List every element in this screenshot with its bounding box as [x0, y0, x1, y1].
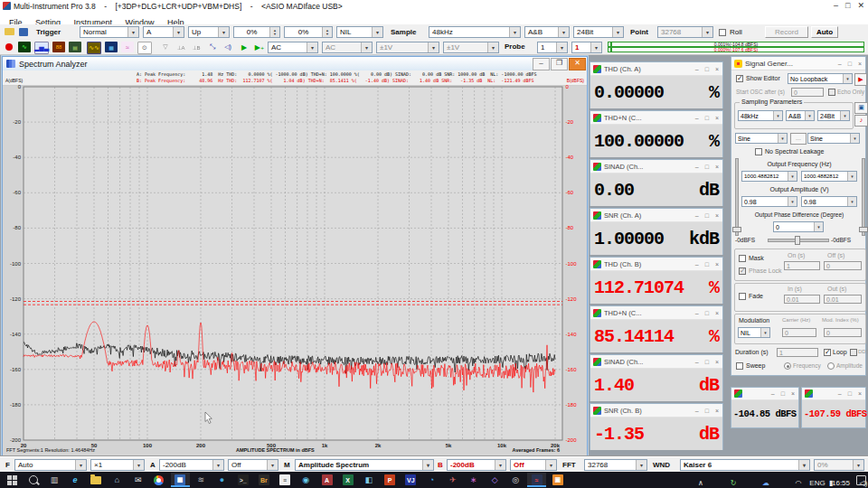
a-off-select[interactable]: Off [228, 459, 278, 471]
probe-b-select[interactable]: 1 [571, 42, 602, 53]
color-app-icon[interactable]: ∗ [464, 473, 483, 487]
run-continuous-icon[interactable]: ▶₊ [253, 42, 266, 52]
minimize-icon[interactable]: – [695, 359, 699, 365]
close-icon[interactable]: × [715, 408, 719, 414]
window-function-select[interactable]: Kaiser 6 [680, 459, 810, 471]
show-editor-checkbox[interactable] [736, 75, 743, 82]
loop-checkbox[interactable] [824, 349, 831, 356]
trigger-level-stepper[interactable]: 0%▲▼ [233, 26, 280, 38]
siggen-bits-select[interactable]: 24Bit [817, 110, 850, 121]
siggen-rate-select[interactable]: 48kHz [738, 110, 783, 121]
store-icon[interactable]: ⌂ [108, 473, 127, 487]
spectrum-analyzer-icon[interactable]: ▂▅▃ [34, 42, 49, 54]
minimize-icon[interactable]: – [695, 261, 699, 267]
globe-app-icon[interactable]: ● [212, 473, 231, 487]
close-icon[interactable]: ✕ [857, 1, 864, 10]
notification-center-icon[interactable] [854, 472, 868, 488]
access-icon[interactable]: A [317, 473, 336, 487]
trigger-edge-select[interactable]: Up [188, 26, 230, 38]
frequency-range-select[interactable]: Auto [14, 459, 87, 471]
meter-titlebar[interactable]: SINAD (Ch...–□× [590, 160, 722, 174]
language-indicator[interactable]: ENG [807, 474, 828, 488]
signal-generator-icon[interactable]: ∿∿ [87, 42, 101, 54]
bit-depth-select[interactable]: 24Bit [573, 26, 624, 38]
run-icon[interactable]: ▶ [238, 42, 250, 52]
modulation-select[interactable]: NIL [738, 327, 770, 338]
multi-instrument-icon[interactable]: ≈ [527, 473, 546, 487]
minimize-icon[interactable]: – [695, 408, 699, 414]
bridge-icon[interactable]: Br [254, 473, 273, 487]
siggen-titlebar[interactable]: Signal Gener... –□× [731, 57, 865, 70]
visual-studio-icon[interactable]: ◇ [486, 473, 505, 487]
amplitude-a-select[interactable]: 0.98 [741, 196, 797, 207]
sync-icon[interactable]: ↻ [725, 474, 741, 488]
waveform-b-select[interactable]: Sine [807, 133, 860, 144]
b-off-select[interactable]: Off [510, 459, 557, 471]
spectrum-window-titlebar[interactable]: Spectrum Analyzer – ❐ ✕ [3, 57, 587, 71]
save-app-icon[interactable]: ▦ [171, 473, 190, 487]
auto-button[interactable]: Auto [811, 26, 838, 38]
maximize-icon[interactable]: □ [705, 115, 709, 121]
tray-expand-icon[interactable]: ∧ [693, 474, 709, 488]
window-restore-icon[interactable]: ❐ [551, 58, 568, 70]
close-icon[interactable]: × [715, 164, 719, 170]
close-icon[interactable]: × [715, 310, 719, 316]
a-range-select[interactable]: -200dB [159, 459, 224, 471]
amplitude-slider-b[interactable] [859, 158, 866, 234]
coupling-a-select[interactable]: AC [268, 42, 318, 53]
frequency-a-select[interactable]: 1000.4882812 [741, 171, 797, 182]
photos-icon[interactable]: ◧ [359, 473, 378, 487]
search-icon[interactable] [24, 473, 42, 487]
file-explorer-icon[interactable] [87, 473, 106, 487]
waveform-a-select[interactable]: Sine [735, 133, 788, 144]
mode-select[interactable]: Amplitude Spectrum [295, 459, 434, 471]
close-icon[interactable]: × [715, 115, 719, 121]
channel-select[interactable]: A&B [524, 26, 570, 38]
amplitude-b-select[interactable]: 0.98 [801, 196, 857, 207]
open-icon[interactable] [3, 26, 15, 37]
trigger-mode-select[interactable]: Normal [80, 26, 139, 38]
loopback-select[interactable]: No Loopback [788, 73, 853, 84]
spectrum-3d-icon[interactable]: ▦ [105, 42, 118, 52]
red-app-icon[interactable]: ✈ [443, 473, 462, 487]
siggen-play-icon[interactable]: ▶ [854, 73, 867, 86]
note-icon[interactable]: ♪ [854, 115, 868, 127]
clock[interactable]: 16:55 [828, 474, 854, 488]
minimize-icon[interactable]: – [695, 66, 699, 72]
window-minimize-icon[interactable]: – [533, 58, 550, 70]
probe-a-select[interactable]: 1 [537, 42, 568, 53]
chrome-icon[interactable] [149, 473, 168, 487]
close-icon[interactable]: × [715, 66, 719, 72]
blue-circle-app-icon[interactable]: ◔ [422, 473, 441, 487]
spectrum-plot[interactable]: 00-20-20-40-40-60-60-80-80-100-100-120-1… [4, 85, 586, 455]
siggen-channels-select[interactable]: A&B [786, 110, 815, 121]
probe-tool-icon[interactable]: ⤡ [206, 42, 219, 52]
zoom-select[interactable]: ×1 [90, 459, 145, 471]
amplitude-slider-a[interactable] [732, 158, 740, 234]
maximize-icon[interactable]: □ [705, 359, 709, 365]
sound-icon[interactable]: ◁) [222, 42, 234, 52]
equalizer-app-icon[interactable]: ≋ [192, 473, 211, 487]
roll-checkbox[interactable] [719, 29, 726, 36]
minimize-icon[interactable]: – [695, 212, 699, 219]
vj-app-icon[interactable]: VJ [401, 473, 420, 487]
window-close-icon[interactable]: ✕ [569, 58, 586, 70]
app-titlebar[interactable]: Multi-Instrument Pro 3.8 - [+3DP+DLG+LCR… [0, 0, 868, 13]
maximize-icon[interactable]: □ [705, 261, 709, 267]
orange-app-icon[interactable]: ▣ [548, 473, 567, 487]
swirl-app-icon[interactable]: ◉ [297, 473, 316, 487]
maximize-icon[interactable]: □ [705, 212, 709, 219]
notepad-icon[interactable]: ≡ [276, 473, 295, 487]
close-icon[interactable]: × [715, 359, 719, 365]
oscilloscope-icon[interactable]: ∿ [18, 42, 31, 52]
close-icon[interactable]: × [715, 212, 719, 219]
maximize-icon[interactable]: □ [845, 1, 850, 10]
maximize-icon[interactable]: □ [705, 66, 709, 72]
fft-size-select[interactable]: 32768 [584, 459, 647, 471]
task-view-icon[interactable]: ▥ [44, 473, 63, 487]
meter-titlebar[interactable]: SNR (Ch. B)–□× [590, 404, 722, 418]
cloud-icon[interactable]: ☁ [758, 474, 774, 488]
record-dot-icon[interactable] [3, 42, 15, 52]
sweep-checkbox[interactable] [736, 362, 743, 370]
meter-titlebar[interactable]: –□× [731, 388, 798, 400]
